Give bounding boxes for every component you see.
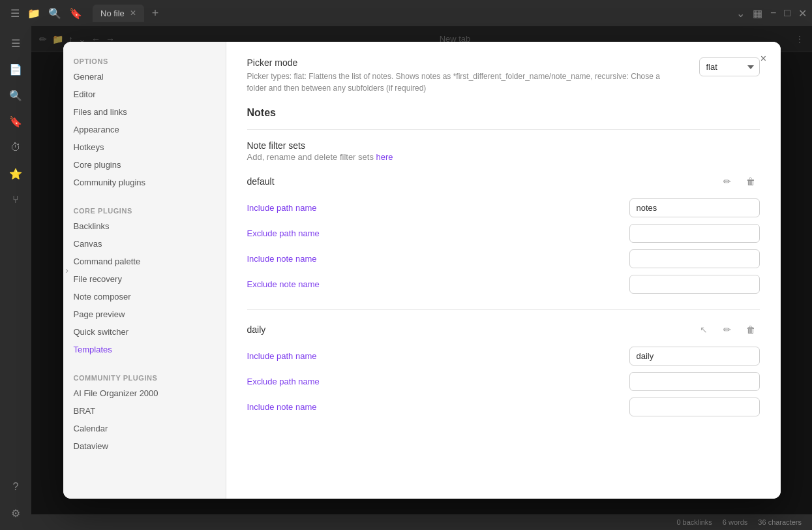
sidebar-item-canvas[interactable]: Canvas [63, 235, 226, 253]
settings-main-content: Picker mode Picker types: flat: Flattens… [226, 42, 781, 499]
sidebar-item-note-composer[interactable]: Note composer [63, 288, 226, 305]
include-path-name-default: Include path name [247, 198, 760, 217]
include-note-name-daily-label: Include note name [247, 402, 629, 412]
delete-filter-set-default-button[interactable]: 🗑 [742, 172, 760, 191]
sidebar-item-editor[interactable]: Editor [63, 86, 226, 103]
filter-set-daily-header: daily ↖ ✏ 🗑 [247, 320, 760, 339]
status-bar: 0 backlinks 6 words 36 characters [31, 514, 812, 530]
picker-mode-select[interactable]: flat recursive [699, 57, 760, 76]
sidebar-item-community-plugins[interactable]: Community plugins [63, 174, 226, 191]
include-note-name-daily: Include note name [247, 398, 760, 416]
include-note-name-input-daily[interactable] [629, 398, 760, 416]
quick-switcher-label: Quick switcher [74, 327, 129, 337]
sidebar-item-command-palette[interactable]: Command palette [63, 253, 226, 270]
sidebar-item-help[interactable]: ? [4, 475, 27, 499]
include-note-name-input-default[interactable] [629, 249, 760, 268]
hotkeys-label: Hotkeys [74, 142, 104, 152]
include-path-name-daily: Include path name [247, 347, 760, 366]
exclude-note-name-input-default[interactable] [629, 275, 760, 294]
files-icon[interactable]: 📁 [27, 7, 40, 20]
page-preview-label: Page preview [74, 309, 125, 319]
filter-set-default: default ✏ 🗑 Include path name Exclude pa… [247, 172, 760, 294]
sidebar-item-backlinks[interactable]: Backlinks [63, 217, 226, 235]
note-filter-sets-heading: Note filter sets [247, 140, 760, 151]
layout-icon[interactable]: ▦ [753, 7, 762, 20]
tab-label: No file [100, 8, 125, 18]
new-tab-button[interactable]: + [147, 4, 164, 23]
include-note-name-default: Include note name [247, 249, 760, 268]
sidebar-item-templates[interactable]: Templates [63, 341, 226, 358]
filter-set-default-actions: ✏ 🗑 [718, 172, 760, 191]
tab-bar: No file ✕ + [93, 4, 731, 23]
sidebar-item-calendar[interactable]: Calendar [63, 420, 226, 437]
edit-filter-set-default-button[interactable]: ✏ [718, 172, 736, 191]
sidebar-item-files[interactable]: ☰ [4, 31, 27, 55]
close-icon: × [760, 53, 766, 65]
sidebar-item-git[interactable]: ⑂ [4, 188, 27, 211]
sidebar-item-recent[interactable]: ⏱ [4, 136, 27, 159]
exclude-path-name-daily-label: Exclude path name [247, 377, 629, 386]
general-label: General [74, 72, 104, 82]
maximize-icon[interactable]: □ [784, 7, 790, 19]
sidebar-item-filedock[interactable]: 📄 [4, 57, 27, 81]
exclude-path-name-input-default[interactable] [629, 224, 760, 243]
sidebar-item-hotkeys[interactable]: Hotkeys [63, 138, 226, 156]
ai-file-organizer-label: AI File Organizer 2000 [74, 388, 158, 398]
filter-set-daily-name: daily [247, 324, 695, 335]
note-composer-label: Note composer [74, 292, 131, 302]
tab-close-icon[interactable]: ✕ [130, 8, 136, 18]
sidebar-item-brat[interactable]: BRAT [63, 402, 226, 420]
exclude-note-name-label: Exclude note name [247, 279, 629, 289]
search-titlebar-icon[interactable]: 🔍 [48, 7, 61, 20]
cursor-position-indicator: ↖ [695, 320, 713, 339]
here-link[interactable]: here [376, 152, 393, 162]
exclude-path-name-label: Exclude path name [247, 228, 629, 238]
edit-filter-set-daily-button[interactable]: ✏ [718, 320, 736, 339]
titlebar-left-icons: ☰ 📁 🔍 🔖 [5, 7, 87, 20]
options-section-label: Options [63, 52, 226, 68]
include-note-name-label: Include note name [247, 254, 629, 264]
delete-filter-set-daily-button[interactable]: 🗑 [742, 320, 760, 339]
exclude-path-name-default: Exclude path name [247, 224, 760, 243]
exclude-path-name-input-daily[interactable] [629, 372, 760, 391]
divider-1 [247, 129, 760, 130]
editor-label: Editor [74, 89, 96, 99]
current-tab[interactable]: No file ✕ [93, 5, 144, 22]
filter-set-daily-actions: ↖ ✏ 🗑 [695, 320, 760, 339]
core-plugins-label: Core plugins [74, 160, 121, 170]
sidebar-toggle-icon[interactable]: ☰ [10, 7, 20, 20]
backlinks-count: 0 backlinks [676, 518, 712, 526]
sidebar-item-general[interactable]: General [63, 68, 226, 86]
sidebar-item-page-preview[interactable]: Page preview [63, 305, 226, 323]
backlinks-label: Backlinks [74, 221, 110, 231]
picker-mode-setting: Picker mode Picker types: flat: Flattens… [247, 57, 760, 94]
brat-label: BRAT [74, 406, 96, 416]
sidebar-item-quick-switcher[interactable]: Quick switcher [63, 323, 226, 341]
sidebar-item-file-recovery[interactable]: File recovery [63, 270, 226, 288]
include-path-name-input-default[interactable] [629, 198, 760, 217]
include-path-name-input-daily[interactable] [629, 347, 760, 366]
sidebar-item-appearance[interactable]: Appearance [63, 121, 226, 138]
chevron-down-icon[interactable]: ⌄ [736, 7, 745, 20]
sidebar-item-starred[interactable]: ⭐ [4, 162, 27, 185]
exclude-path-name-daily: Exclude path name [247, 372, 760, 391]
sidebar-item-dataview[interactable]: Dataview [63, 437, 226, 455]
minimize-icon[interactable]: − [770, 7, 776, 19]
sidebar-item-files-links[interactable]: Files and links [63, 103, 226, 121]
sidebar-item-core-plugins[interactable]: Core plugins [63, 156, 226, 174]
canvas-label: Canvas [74, 239, 102, 249]
sidebar-collapse-button[interactable]: › [63, 265, 71, 275]
bookmark-titlebar-icon[interactable]: 🔖 [69, 7, 82, 20]
sidebar-item-search[interactable]: 🔍 [4, 84, 27, 107]
filter-set-daily: daily ↖ ✏ 🗑 Include path name Exclude pa… [247, 320, 760, 416]
modal-overlay: × Options General Editor Files and links… [31, 26, 812, 514]
settings-modal: × Options General Editor Files and links… [63, 42, 781, 499]
file-recovery-label: File recovery [74, 274, 122, 284]
filter-set-default-header: default ✏ 🗑 [247, 172, 760, 191]
sidebar-item-bookmarks[interactable]: 🔖 [4, 110, 27, 133]
close-window-icon[interactable]: ✕ [798, 7, 807, 20]
sidebar-item-settings[interactable]: ⚙ [4, 501, 27, 525]
sidebar-item-ai-file-organizer[interactable]: AI File Organizer 2000 [63, 384, 226, 402]
divider-2 [247, 309, 760, 310]
close-modal-button[interactable]: × [755, 50, 773, 68]
